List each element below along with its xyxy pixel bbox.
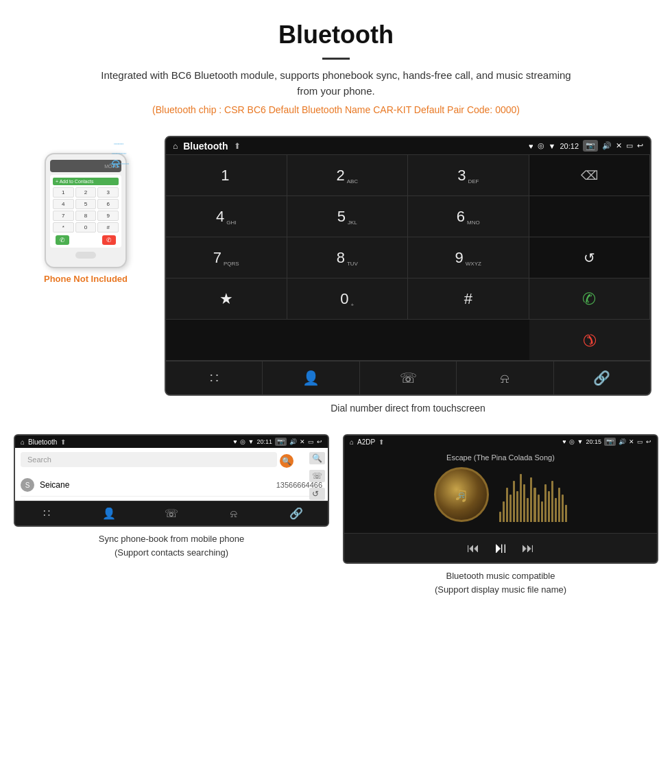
side-phone-icon[interactable]: ☏: [309, 470, 325, 482]
music-status-bar: ⌂ A2DP ⬆ ♥ ◎ ▼ 20:15 📷 🔊 ✕ ▭ ↩: [344, 436, 657, 448]
bluetooth-icon-btn[interactable]: ⍾: [457, 361, 553, 394]
title-divider: [322, 58, 350, 60]
pb-link-btn[interactable]: 🔗: [265, 507, 328, 520]
search-placeholder: Search: [27, 455, 51, 464]
dial-key-hash[interactable]: #: [408, 278, 529, 320]
phonebook-home-icon[interactable]: ⌂: [21, 438, 25, 446]
page-subtitle: Integrated with BC6 Bluetooth module, su…: [96, 68, 576, 99]
search-bar[interactable]: Search: [21, 452, 277, 467]
usb-icon: ⬆: [234, 141, 241, 151]
link-icon-btn[interactable]: 🔗: [554, 361, 650, 394]
dial-key-5[interactable]: 5JKL: [287, 196, 409, 237]
dial-key-0[interactable]: 0+: [287, 278, 409, 320]
dial-key-6[interactable]: 6MNO: [408, 196, 529, 237]
phonebook-bottom-bar: ∷ 👤 ☏ ⍾ 🔗: [15, 501, 328, 525]
side-search-icon[interactable]: 🔍: [309, 452, 325, 464]
phone-not-included: Phone Phone Not IncludedNot Included: [44, 274, 128, 284]
dialpad-grid: 1 2ABC 3DEF ⌫ 4GHI 5JKL 6MNO 7PQRS 8TUV …: [166, 154, 650, 361]
bt-overlay-icon: ⍾: [459, 489, 464, 500]
signal-status-icon: ▼: [549, 142, 556, 150]
phone-screen-header: + Add to Contacts: [53, 178, 119, 185]
dial-key-1[interactable]: 1: [166, 155, 287, 196]
dialpad-status-bar: ⌂ Bluetooth ⬆ ♥ ◎ ▼ 20:12 📷 🔊 ✕ ▭ ↩: [166, 137, 650, 154]
phonebook-usb-icon: ⬆: [60, 438, 66, 446]
phone-icon-btn[interactable]: ☏: [360, 361, 457, 394]
dial-key-9[interactable]: 9WXYZ: [408, 237, 529, 278]
dial-caption: Dial number direct from touchscreen: [165, 403, 651, 414]
back-icon[interactable]: ↩: [637, 141, 643, 150]
dialpad-bottom-bar: ∷ 👤 ☏ ⍾ 🔗: [166, 361, 650, 394]
page-title: Bluetooth: [14, 21, 658, 49]
phonebook-caption: Sync phone-book from mobile phone (Suppo…: [14, 532, 329, 559]
refresh-btn[interactable]: ↺: [529, 237, 651, 278]
pb-dialpad-btn[interactable]: ∷: [15, 507, 77, 520]
screenshots-row: ⌂ Bluetooth ⬆ ♥ ◎ ▼ 20:11 📷 🔊 ✕ ▭ ↩: [0, 434, 672, 596]
contact-row: S Seicane 13566664466: [21, 474, 322, 497]
phonebook-screen: ⌂ Bluetooth ⬆ ♥ ◎ ▼ 20:11 📷 🔊 ✕ ▭ ↩: [14, 434, 329, 527]
bt-status-icon: ♥: [529, 142, 533, 150]
close-icon[interactable]: ✕: [616, 141, 622, 150]
pb-phone-btn[interactable]: ☏: [140, 507, 202, 520]
music-app-title: A2DP: [357, 438, 375, 446]
next-btn[interactable]: ⏭: [522, 541, 534, 556]
phonebook-app-title: Bluetooth: [28, 438, 57, 446]
phone-home-btn: [75, 252, 96, 259]
phone-keypad-grid: 1 2 3 4 5 6 7 8 9 * 0 #: [53, 187, 119, 233]
backspace-btn[interactable]: ⌫: [529, 155, 651, 196]
bluetooth-specs: (Bluetooth chip : CSR BC6 Default Blueto…: [14, 104, 658, 115]
volume-icon[interactable]: 🔊: [602, 141, 612, 150]
page-header: Bluetooth Integrated with BC6 Bluetooth …: [0, 0, 672, 136]
side-icons: 🔍 ☏ ↺: [309, 452, 325, 500]
android-dialpad-screen: ⌂ Bluetooth ⬆ ♥ ◎ ▼ 20:12 📷 🔊 ✕ ▭ ↩: [165, 136, 651, 396]
prev-btn[interactable]: ⏮: [467, 541, 479, 556]
album-art: ♫ ⍾: [434, 467, 489, 522]
android-dialpad-wrapper: ⌂ Bluetooth ⬆ ♥ ◎ ▼ 20:12 📷 🔊 ✕ ▭ ↩: [165, 136, 651, 427]
contact-name: Seicane: [40, 480, 276, 490]
dial-key-8[interactable]: 8TUV: [287, 237, 409, 278]
dial-empty-r2: [529, 196, 651, 237]
call-green-btn[interactable]: ✆: [529, 278, 651, 320]
music-album-area: ♫ ⍾: [350, 467, 651, 522]
camera-icon[interactable]: 📷: [583, 140, 598, 152]
music-controls: ⏮ ⏯ ⏭: [344, 533, 657, 562]
time-display: 20:12: [560, 142, 579, 150]
music-usb-icon: ⬆: [379, 438, 384, 446]
dial-key-4[interactable]: 4GHI: [166, 196, 287, 237]
music-home-icon[interactable]: ⌂: [350, 438, 354, 446]
dialpad-app-title: Bluetooth: [183, 141, 228, 152]
music-song-title: Escape (The Pina Colada Song): [350, 453, 651, 462]
dial-key-star[interactable]: ★: [166, 278, 287, 320]
side-refresh-icon[interactable]: ↺: [309, 488, 325, 500]
music-col: ⌂ A2DP ⬆ ♥ ◎ ▼ 20:15 📷 🔊 ✕ ▭ ↩ E: [343, 434, 658, 596]
phonebook-col: ⌂ Bluetooth ⬆ ♥ ◎ ▼ 20:11 📷 🔊 ✕ ▭ ↩: [14, 434, 329, 596]
location-status-icon: ◎: [538, 141, 544, 150]
phone-bottom-row: ✆ ✆: [53, 235, 119, 245]
dial-key-7[interactable]: 7PQRS: [166, 237, 287, 278]
search-icon-btn[interactable]: 🔍: [280, 454, 293, 468]
contacts-icon-btn[interactable]: 👤: [263, 361, 359, 394]
home-icon[interactable]: ⌂: [173, 141, 178, 151]
music-caption: Bluetooth music compatible (Support disp…: [343, 569, 658, 596]
pb-contacts-btn[interactable]: 👤: [77, 507, 140, 520]
phonebook-status-bar: ⌂ Bluetooth ⬆ ♥ ◎ ▼ 20:11 📷 🔊 ✕ ▭ ↩: [15, 436, 328, 448]
play-pause-btn[interactable]: ⏯: [493, 539, 508, 557]
music-screen: ⌂ A2DP ⬆ ♥ ◎ ▼ 20:15 📷 🔊 ✕ ▭ ↩ E: [343, 434, 658, 564]
phone-illustration: ┈┈ ┈┈┈ ┈┈┈┈ ⍾ MOTO + Add to Contacts 1 2…: [21, 136, 151, 284]
dialpad-icon-btn[interactable]: ∷: [166, 361, 263, 394]
music-content: Escape (The Pina Colada Song) ♫ ⍾: [344, 448, 657, 533]
phonebook-content: Search 🔍 S Seicane 13566664466 🔍 ☏ ↺: [15, 448, 328, 501]
window-icon[interactable]: ▭: [626, 141, 633, 150]
dial-key-3[interactable]: 3DEF: [408, 155, 529, 196]
dialpad-section: ┈┈ ┈┈┈ ┈┈┈┈ ⍾ MOTO + Add to Contacts 1 2…: [0, 136, 672, 427]
music-equalizer: [499, 467, 568, 522]
dial-key-2[interactable]: 2ABC: [287, 155, 409, 196]
call-red-btn[interactable]: ✆: [529, 320, 651, 361]
pb-bt-btn[interactable]: ⍾: [203, 507, 265, 520]
phone-screen: + Add to Contacts 1 2 3 4 5 6 7 8 9 * 0 …: [50, 175, 121, 248]
contact-avatar: S: [21, 478, 34, 492]
